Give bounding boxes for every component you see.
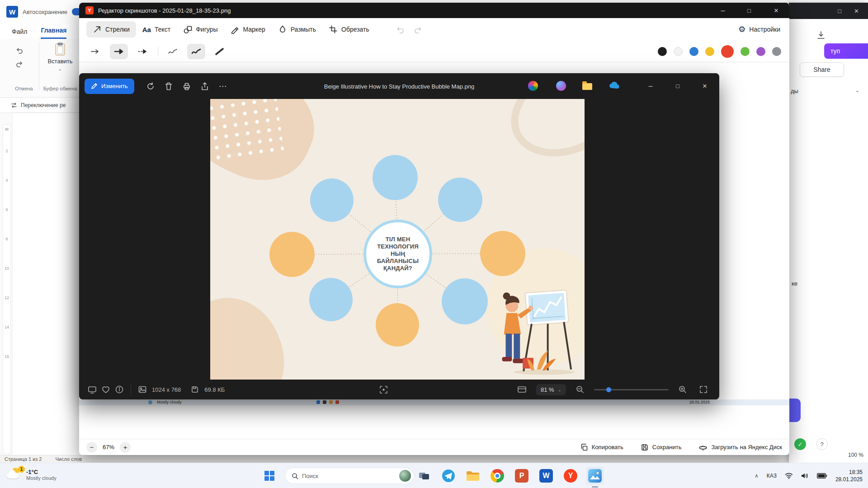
tab-home[interactable]: Главная — [41, 27, 66, 39]
tool-text[interactable]: Aa Текст — [136, 22, 177, 37]
help-button[interactable]: ? — [816, 438, 828, 450]
clock[interactable]: 18:35 28.01.2025 — [835, 469, 863, 483]
color-white[interactable] — [674, 47, 683, 56]
bubble-text-line: НЫҢ — [391, 250, 405, 258]
battery-icon[interactable] — [817, 473, 827, 479]
undo-button[interactable] — [14, 45, 25, 56]
redo-button[interactable] — [14, 59, 25, 70]
maximize-icon[interactable]: □ — [741, 3, 757, 18]
favorite-heart-icon[interactable] — [99, 383, 113, 396]
powerpoint-button[interactable]: P — [513, 467, 531, 485]
language-indicator[interactable]: КАЗ — [767, 473, 777, 479]
minimize-icon[interactable]: ─ — [642, 73, 659, 99]
chevron-down-icon[interactable]: ⌄ — [855, 87, 860, 94]
copy-icon — [580, 443, 588, 451]
download-icon[interactable] — [816, 31, 826, 40]
telegram-button[interactable] — [439, 467, 458, 485]
viewer-titlebar: Изменить ⋯ Beige Illustrative How to Sta… — [79, 73, 719, 99]
paint-app-icon[interactable] — [556, 81, 567, 92]
close-icon[interactable]: ✕ — [768, 3, 784, 18]
ruler-number: 16 — [3, 354, 10, 359]
tool-blur[interactable]: Размыть — [272, 21, 322, 38]
word-logo-icon: W — [6, 6, 18, 18]
print-icon[interactable] — [178, 78, 196, 94]
color-green[interactable] — [741, 47, 750, 56]
task-view-button[interactable] — [415, 467, 433, 485]
chrome-button[interactable] — [488, 467, 506, 485]
tool-marker[interactable]: Маркер — [224, 21, 271, 38]
zoom-in-icon[interactable] — [676, 383, 689, 396]
line-style-bold[interactable] — [211, 44, 229, 59]
volume-icon[interactable] — [801, 473, 809, 479]
word-button[interactable]: W — [537, 467, 555, 485]
yandex-disk-icon — [698, 443, 708, 451]
line-style-thin[interactable] — [164, 44, 182, 59]
zoom-level[interactable]: 100 % — [848, 452, 863, 458]
close-icon[interactable]: ✕ — [854, 8, 859, 14]
color-blue[interactable] — [689, 47, 698, 56]
share-button[interactable]: Share — [800, 62, 844, 77]
screen-lens-icon[interactable] — [377, 383, 390, 396]
chevron-up-icon[interactable]: ∧ — [755, 473, 759, 479]
gear-icon: ⚙ — [738, 25, 745, 33]
search-input[interactable]: Поиск — [285, 468, 414, 484]
editor-zoom-level[interactable]: 67% — [103, 444, 114, 450]
settings-button[interactable]: ⚙ Настройки — [738, 25, 780, 33]
upload-yandex-disk-button[interactable]: Загрузить на Яндекс Диск — [698, 443, 782, 451]
paste-button[interactable]: Вставить ⌄ — [45, 42, 75, 71]
weather-widget[interactable]: 1 -1°C Mostly cloudy — [5, 467, 57, 482]
photos-app-icon[interactable] — [528, 81, 539, 92]
wifi-icon[interactable] — [785, 473, 793, 479]
maximize-icon[interactable]: □ — [838, 8, 841, 14]
start-button[interactable] — [260, 467, 278, 485]
slideshow-icon[interactable] — [85, 383, 99, 396]
minimize-icon[interactable]: ─ — [715, 3, 731, 18]
page-indicator[interactable]: Страница 1 из 2 — [5, 456, 42, 462]
zoom-in-button[interactable]: + — [120, 442, 131, 453]
photos-app-button[interactable] — [586, 467, 604, 485]
zoom-select[interactable]: 81 % ⌄ — [536, 384, 566, 395]
folder-icon[interactable] — [582, 81, 593, 92]
arrow-style-bold[interactable] — [110, 44, 128, 59]
onedrive-cloud-icon[interactable] — [609, 81, 619, 92]
ruler-number: 8 — [3, 237, 10, 241]
rotate-icon[interactable] — [142, 78, 160, 94]
zoom-out-button[interactable]: − — [86, 442, 97, 453]
bubble-lower-left — [309, 278, 353, 321]
color-red-selected[interactable] — [721, 45, 734, 58]
tool-shapes[interactable]: Фигуры — [177, 21, 224, 38]
tab-file[interactable]: Файл — [12, 28, 27, 39]
tool-arrows[interactable]: Стрелки — [86, 21, 136, 38]
zoom-slider[interactable] — [594, 389, 669, 390]
file-explorer-button[interactable] — [464, 467, 482, 485]
zoom-slider-knob[interactable] — [606, 387, 611, 392]
maximize-icon[interactable]: □ — [670, 73, 686, 99]
close-icon[interactable]: ✕ — [697, 73, 713, 99]
zoom-out-icon[interactable] — [573, 383, 587, 396]
redo-button[interactable] — [411, 22, 426, 37]
color-black[interactable] — [658, 47, 667, 56]
arrow-style-thin[interactable] — [86, 44, 104, 59]
presenter-illustration — [481, 279, 580, 376]
info-icon[interactable] — [113, 383, 126, 396]
color-gray[interactable] — [772, 47, 781, 56]
access-button[interactable]: туп — [824, 43, 868, 59]
color-purple[interactable] — [756, 47, 765, 56]
image-canvas: ТІЛ МЕН ТЕХНОЛОГИЯ НЫҢ БАЙЛАНЫСЫ ҚАНДАЙ? — [210, 99, 585, 380]
search-highlight-image[interactable] — [399, 470, 411, 482]
share-icon[interactable] — [196, 78, 214, 94]
yandex-browser-button[interactable]: Y — [561, 467, 580, 485]
edit-button[interactable]: Изменить — [85, 79, 134, 94]
card-icon[interactable] — [515, 383, 529, 396]
fullscreen-icon[interactable] — [697, 383, 710, 396]
tool-crop[interactable]: Обрезать — [322, 21, 376, 38]
arrow-style-dashed[interactable] — [133, 44, 151, 59]
word-count[interactable]: Число слов — [55, 456, 82, 462]
copy-button[interactable]: Копировать — [580, 443, 623, 451]
color-yellow[interactable] — [705, 47, 714, 56]
line-style-medium[interactable] — [187, 44, 205, 59]
save-button[interactable]: Сохранить — [641, 443, 682, 451]
delete-icon[interactable] — [160, 78, 178, 94]
more-icon[interactable]: ⋯ — [214, 78, 232, 94]
undo-button[interactable] — [392, 22, 407, 37]
